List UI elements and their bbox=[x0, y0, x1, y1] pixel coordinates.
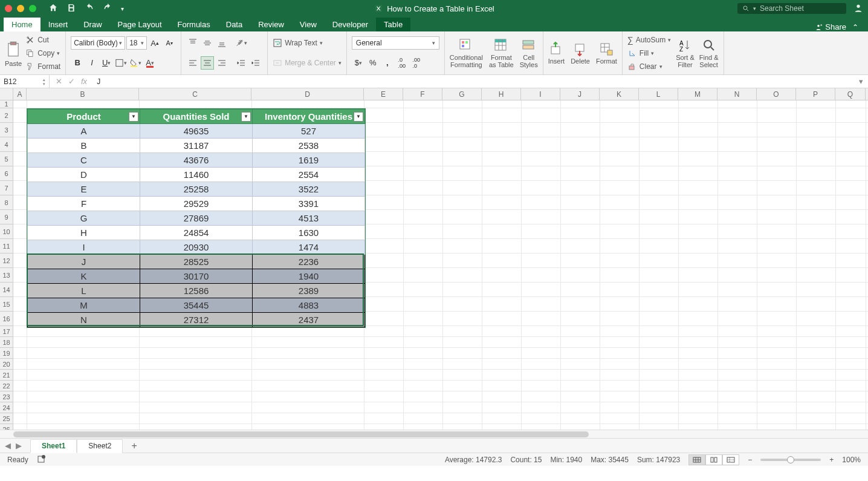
table-cell[interactable]: A bbox=[28, 124, 140, 139]
next-sheet-icon[interactable]: ▶ bbox=[16, 441, 22, 450]
table-cell[interactable]: H bbox=[28, 226, 140, 240]
zoom-level[interactable]: 100% bbox=[842, 456, 861, 464]
table-cell[interactable]: 49635 bbox=[140, 124, 253, 139]
table-cell[interactable]: 1940 bbox=[253, 269, 365, 284]
column-header[interactable]: H bbox=[482, 88, 521, 100]
row-header[interactable]: 17 bbox=[0, 326, 13, 337]
row-header[interactable]: 23 bbox=[0, 391, 13, 402]
table-cell[interactable]: 2236 bbox=[253, 255, 365, 269]
border-button[interactable]: ▾ bbox=[114, 56, 128, 70]
copy-button[interactable]: Copy ▾ bbox=[25, 47, 60, 59]
fx-icon[interactable]: fx bbox=[81, 77, 87, 86]
column-header[interactable]: G bbox=[442, 88, 482, 100]
table-cell[interactable]: 11460 bbox=[140, 168, 253, 182]
column-header[interactable]: E bbox=[364, 88, 403, 100]
wrap-text-button[interactable]: Wrap Text ▾ bbox=[273, 37, 342, 49]
format-cells-button[interactable]: Format bbox=[596, 42, 617, 65]
tab-insert[interactable]: Insert bbox=[40, 18, 76, 31]
table-cell[interactable]: 4513 bbox=[253, 211, 365, 226]
table-row[interactable]: L125862389 bbox=[28, 284, 365, 298]
currency-button[interactable]: $▾ bbox=[352, 56, 365, 70]
table-header[interactable]: Inventory Quantities▼ bbox=[253, 110, 365, 124]
tab-developer[interactable]: Developer bbox=[325, 18, 376, 31]
formula-input[interactable]: J bbox=[93, 77, 854, 86]
clear-button[interactable]: Clear ▾ bbox=[627, 61, 671, 73]
column-header[interactable]: L bbox=[639, 88, 678, 100]
table-cell[interactable]: 25258 bbox=[140, 182, 253, 197]
column-header[interactable]: O bbox=[757, 88, 796, 100]
table-cell[interactable]: 3522 bbox=[253, 182, 365, 197]
tab-draw[interactable]: Draw bbox=[76, 18, 109, 31]
increase-font-icon[interactable]: A▴ bbox=[148, 36, 161, 50]
comma-button[interactable]: , bbox=[381, 56, 394, 70]
find-select-button[interactable]: Find & Select bbox=[699, 38, 719, 68]
row-header[interactable]: 18 bbox=[0, 337, 13, 348]
sheet-tab[interactable]: Sheet2 bbox=[77, 439, 123, 453]
decrease-indent-icon[interactable] bbox=[235, 56, 248, 70]
share-button[interactable]: Share bbox=[814, 22, 846, 31]
zoom-slider[interactable] bbox=[760, 459, 821, 461]
table-cell[interactable]: 20930 bbox=[140, 240, 253, 255]
autosum-button[interactable]: ∑AutoSum ▾ bbox=[627, 34, 671, 46]
filter-dropdown-icon[interactable]: ▼ bbox=[241, 112, 251, 122]
column-header[interactable]: I bbox=[521, 88, 560, 100]
table-cell[interactable]: 4883 bbox=[253, 298, 365, 313]
add-sheet-button[interactable]: + bbox=[125, 440, 143, 451]
row-header[interactable]: 13 bbox=[0, 268, 13, 283]
conditional-formatting-button[interactable]: Conditional Formatting bbox=[450, 38, 483, 68]
increase-decimal-icon[interactable]: .0.00 bbox=[395, 56, 409, 70]
prev-sheet-icon[interactable]: ◀ bbox=[5, 441, 11, 450]
row-header[interactable]: 25 bbox=[0, 413, 13, 424]
table-cell[interactable]: 2538 bbox=[253, 139, 365, 153]
cell-styles-button[interactable]: Cell Styles bbox=[520, 38, 538, 68]
spreadsheet-grid[interactable]: ABCDEFGHIJKLMNOPQ 1234567891011121314151… bbox=[0, 88, 868, 438]
zoom-in-button[interactable]: + bbox=[829, 456, 834, 464]
tab-home[interactable]: Home bbox=[4, 18, 40, 31]
row-header[interactable]: 21 bbox=[0, 370, 13, 381]
table-row[interactable]: I209301474 bbox=[28, 240, 365, 255]
tab-data[interactable]: Data bbox=[218, 18, 250, 31]
table-cell[interactable]: J bbox=[28, 255, 140, 269]
home-icon[interactable] bbox=[48, 3, 58, 15]
align-middle-icon[interactable] bbox=[201, 36, 214, 50]
table-cell[interactable]: 35445 bbox=[140, 298, 253, 313]
table-cell[interactable]: 30170 bbox=[140, 269, 253, 284]
table-cell[interactable]: C bbox=[28, 153, 140, 168]
column-header[interactable]: B bbox=[27, 88, 139, 100]
table-row[interactable]: J285252236 bbox=[28, 255, 365, 269]
row-header[interactable]: 19 bbox=[0, 348, 13, 359]
tab-table[interactable]: Table bbox=[376, 18, 410, 31]
table-header[interactable]: Quantities Sold▼ bbox=[140, 110, 253, 124]
table-cell[interactable]: 31187 bbox=[140, 139, 253, 153]
delete-cells-button[interactable]: Delete bbox=[571, 42, 590, 65]
column-header[interactable]: D bbox=[251, 88, 364, 100]
horizontal-scrollbar[interactable] bbox=[0, 430, 868, 438]
cut-button[interactable]: Cut bbox=[25, 34, 60, 46]
align-right-icon[interactable] bbox=[215, 56, 228, 70]
account-icon[interactable] bbox=[853, 3, 863, 15]
name-box[interactable]: B12 ▴▾ bbox=[0, 75, 50, 88]
table-cell[interactable]: 2437 bbox=[253, 313, 365, 327]
table-cell[interactable]: 12586 bbox=[140, 284, 253, 298]
insert-cells-button[interactable]: Insert bbox=[548, 42, 565, 65]
cancel-formula-icon[interactable]: ✕ bbox=[56, 77, 62, 86]
page-layout-view-icon[interactable] bbox=[705, 454, 722, 465]
collapse-ribbon-icon[interactable]: ⌃ bbox=[852, 23, 858, 31]
table-cell[interactable]: I bbox=[28, 240, 140, 255]
row-header[interactable]: 2 bbox=[0, 108, 13, 123]
table-cell[interactable]: N bbox=[28, 313, 140, 327]
column-header[interactable]: P bbox=[796, 88, 835, 100]
column-header[interactable]: C bbox=[139, 88, 251, 100]
align-left-icon[interactable] bbox=[186, 56, 199, 70]
align-center-icon[interactable] bbox=[201, 56, 214, 70]
table-cell[interactable]: 2389 bbox=[253, 284, 365, 298]
row-header[interactable]: 9 bbox=[0, 210, 13, 224]
font-color-button[interactable]: A▾ bbox=[143, 56, 157, 70]
row-header[interactable]: 5 bbox=[0, 152, 13, 166]
table-cell[interactable]: 1619 bbox=[253, 153, 365, 168]
row-header[interactable]: 8 bbox=[0, 195, 13, 210]
table-cell[interactable]: 1474 bbox=[253, 240, 365, 255]
row-header[interactable]: 16 bbox=[0, 312, 13, 326]
qat-dropdown-icon[interactable]: ▾ bbox=[121, 5, 124, 12]
table-row[interactable]: F295293391 bbox=[28, 197, 365, 211]
